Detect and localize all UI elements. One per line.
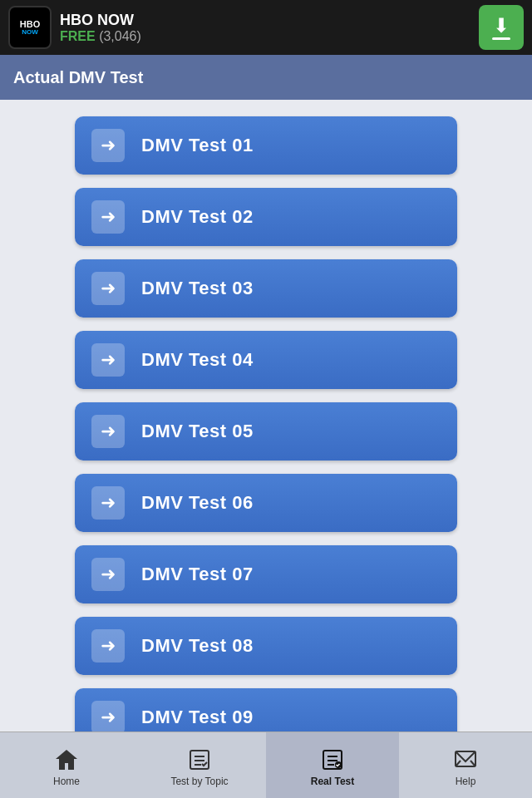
arrow-icon	[91, 486, 125, 520]
nav-title: Actual DMV Test	[13, 68, 143, 87]
dmv-btn-label: DMV Test 09	[141, 707, 254, 728]
help-icon	[453, 747, 478, 772]
dmv-test-button-09[interactable]: DMV Test 09	[75, 688, 457, 732]
arrow-icon	[91, 343, 125, 377]
tab-bar: Home Test by Topic Real Test	[0, 732, 532, 798]
content-area: DMV Test 01DMV Test 02DMV Test 03DMV Tes…	[0, 100, 532, 732]
arrow-icon	[91, 200, 125, 234]
ad-logo: HBONOW	[8, 6, 52, 49]
arrow-icon	[91, 629, 125, 663]
dmv-btn-label: DMV Test 04	[141, 349, 254, 371]
arrow-icon	[91, 272, 125, 305]
ad-text: HBO NOW FREE (3,046)	[60, 12, 479, 44]
ad-banner[interactable]: HBONOW HBO NOW FREE (3,046) ⬇	[0, 0, 532, 55]
tab-help[interactable]: Help	[399, 732, 532, 798]
dmv-test-button-02[interactable]: DMV Test 02	[75, 188, 457, 246]
dmv-test-button-01[interactable]: DMV Test 01	[75, 116, 457, 175]
dmv-test-button-04[interactable]: DMV Test 04	[75, 331, 457, 389]
ad-download-button[interactable]: ⬇	[479, 5, 524, 50]
dmv-test-button-05[interactable]: DMV Test 05	[75, 402, 457, 461]
download-icon: ⬇	[492, 16, 510, 40]
dmv-test-button-06[interactable]: DMV Test 06	[75, 474, 457, 532]
home-icon	[54, 747, 79, 772]
dmv-btn-label: DMV Test 01	[141, 135, 254, 156]
arrow-icon	[91, 415, 125, 448]
test-by-topic-icon	[187, 747, 212, 772]
ad-title: HBO NOW	[60, 12, 479, 29]
dmv-test-button-03[interactable]: DMV Test 03	[75, 259, 457, 318]
tab-home-label: Home	[53, 776, 80, 787]
ad-rating: (3,046)	[99, 29, 141, 43]
dmv-btn-label: DMV Test 07	[141, 564, 254, 585]
tab-home[interactable]: Home	[0, 732, 133, 798]
dmv-btn-label: DMV Test 03	[141, 278, 254, 299]
tab-test-by-topic-label: Test by Topic	[170, 776, 228, 787]
arrow-icon	[91, 701, 125, 732]
dmv-btn-label: DMV Test 05	[141, 421, 254, 442]
tab-test-by-topic[interactable]: Test by Topic	[133, 732, 266, 798]
ad-subtitle: FREE (3,046)	[60, 29, 479, 44]
dmv-btn-label: DMV Test 02	[141, 206, 254, 228]
ad-free-label: FREE	[60, 29, 96, 43]
dmv-btn-label: DMV Test 08	[141, 635, 254, 657]
dmv-test-button-08[interactable]: DMV Test 08	[75, 617, 457, 675]
tab-real-test-label: Real Test	[311, 776, 354, 787]
nav-header: Actual DMV Test	[0, 55, 532, 100]
dmv-btn-label: DMV Test 06	[141, 492, 254, 514]
arrow-icon	[91, 129, 125, 162]
arrow-icon	[91, 558, 125, 591]
tab-real-test[interactable]: Real Test	[266, 732, 399, 798]
tab-help-label: Help	[456, 776, 476, 787]
real-test-icon	[320, 747, 345, 772]
dmv-test-button-07[interactable]: DMV Test 07	[75, 545, 457, 603]
